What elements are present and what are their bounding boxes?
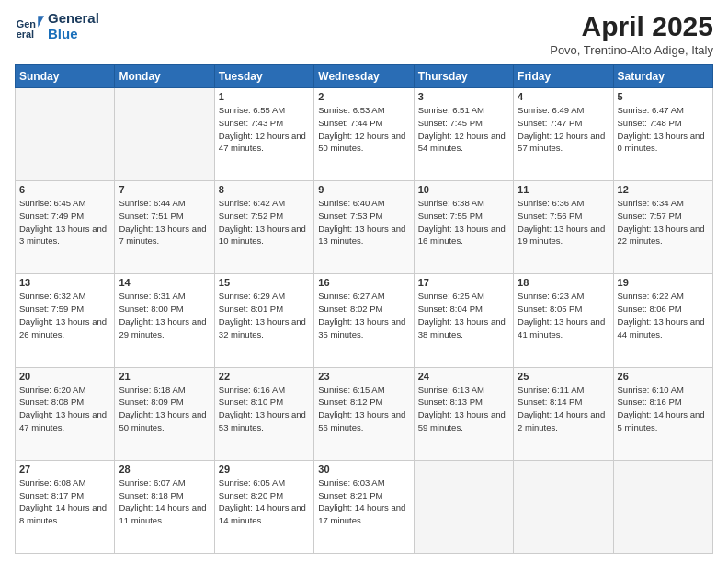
day-number: 14 — [119, 277, 210, 288]
cell-data: Sunrise: 6:15 AMSunset: 8:12 PMDaylight:… — [318, 384, 409, 434]
cell-data: Sunrise: 6:36 AMSunset: 7:56 PMDaylight:… — [518, 197, 609, 247]
col-header-friday: Friday — [514, 65, 613, 88]
calendar-cell: 22Sunrise: 6:16 AMSunset: 8:10 PMDayligh… — [214, 367, 313, 460]
day-number: 26 — [618, 371, 709, 382]
calendar-cell: 14Sunrise: 6:31 AMSunset: 8:00 PMDayligh… — [115, 274, 214, 367]
col-header-thursday: Thursday — [414, 65, 513, 88]
col-header-wednesday: Wednesday — [314, 65, 414, 88]
calendar-cell: 27Sunrise: 6:08 AMSunset: 8:17 PMDayligh… — [16, 460, 115, 553]
day-number: 3 — [418, 91, 509, 102]
location: Povo, Trentino-Alto Adige, Italy — [550, 43, 713, 57]
calendar-cell: 5Sunrise: 6:47 AMSunset: 7:48 PMDaylight… — [613, 88, 712, 181]
calendar-cell — [16, 88, 115, 181]
cell-data: Sunrise: 6:25 AMSunset: 8:04 PMDaylight:… — [418, 290, 509, 340]
day-number: 22 — [219, 371, 310, 382]
calendar-cell — [115, 88, 214, 181]
day-number: 29 — [219, 464, 310, 475]
day-number: 30 — [318, 464, 409, 475]
logo-line2: Blue — [48, 27, 99, 42]
logo-icon: Gen eral — [15, 12, 44, 41]
week-row-0: 1Sunrise: 6:55 AMSunset: 7:43 PMDaylight… — [16, 88, 713, 181]
calendar-cell: 11Sunrise: 6:36 AMSunset: 7:56 PMDayligh… — [514, 181, 613, 274]
day-number: 9 — [318, 184, 409, 195]
cell-data: Sunrise: 6:11 AMSunset: 8:14 PMDaylight:… — [518, 384, 609, 434]
logo-line1: General — [48, 11, 99, 27]
calendar-cell: 2Sunrise: 6:53 AMSunset: 7:44 PMDaylight… — [314, 88, 414, 181]
day-number: 1 — [219, 91, 310, 102]
day-number: 27 — [19, 464, 110, 475]
calendar-cell — [414, 460, 513, 553]
calendar-cell: 7Sunrise: 6:44 AMSunset: 7:51 PMDaylight… — [115, 181, 214, 274]
day-number: 6 — [19, 184, 110, 195]
day-number: 2 — [318, 91, 409, 102]
day-number: 19 — [618, 277, 709, 288]
day-number: 21 — [119, 371, 210, 382]
day-number: 15 — [219, 277, 310, 288]
day-number: 8 — [219, 184, 310, 195]
day-number: 20 — [19, 371, 110, 382]
cell-data: Sunrise: 6:08 AMSunset: 8:17 PMDaylight:… — [19, 477, 110, 527]
calendar-cell: 16Sunrise: 6:27 AMSunset: 8:02 PMDayligh… — [314, 274, 414, 367]
cell-data: Sunrise: 6:40 AMSunset: 7:53 PMDaylight:… — [318, 197, 409, 247]
calendar-cell — [514, 460, 613, 553]
cell-data: Sunrise: 6:53 AMSunset: 7:44 PMDaylight:… — [318, 104, 409, 155]
week-row-1: 6Sunrise: 6:45 AMSunset: 7:49 PMDaylight… — [16, 181, 713, 274]
calendar-cell: 10Sunrise: 6:38 AMSunset: 7:55 PMDayligh… — [414, 181, 513, 274]
day-number: 25 — [518, 371, 609, 382]
cell-data: Sunrise: 6:13 AMSunset: 8:13 PMDaylight:… — [418, 384, 509, 434]
day-number: 10 — [418, 184, 509, 195]
cell-data: Sunrise: 6:49 AMSunset: 7:47 PMDaylight:… — [518, 104, 609, 155]
day-number: 13 — [19, 277, 110, 288]
calendar-cell: 30Sunrise: 6:03 AMSunset: 8:21 PMDayligh… — [314, 460, 414, 553]
calendar-cell: 19Sunrise: 6:22 AMSunset: 8:06 PMDayligh… — [613, 274, 712, 367]
cell-data: Sunrise: 6:18 AMSunset: 8:09 PMDaylight:… — [119, 384, 210, 434]
logo-blue-text: Blue — [48, 26, 78, 41]
cell-data: Sunrise: 6:20 AMSunset: 8:08 PMDaylight:… — [19, 384, 110, 434]
week-row-3: 20Sunrise: 6:20 AMSunset: 8:08 PMDayligh… — [16, 367, 713, 460]
logo-general: General — [48, 10, 99, 26]
calendar-cell: 1Sunrise: 6:55 AMSunset: 7:43 PMDaylight… — [214, 88, 313, 181]
week-row-4: 27Sunrise: 6:08 AMSunset: 8:17 PMDayligh… — [16, 460, 713, 553]
cell-data: Sunrise: 6:55 AMSunset: 7:43 PMDaylight:… — [219, 104, 310, 155]
calendar-cell: 25Sunrise: 6:11 AMSunset: 8:14 PMDayligh… — [514, 367, 613, 460]
calendar-cell: 9Sunrise: 6:40 AMSunset: 7:53 PMDaylight… — [314, 181, 414, 274]
day-number: 18 — [518, 277, 609, 288]
cell-data: Sunrise: 6:16 AMSunset: 8:10 PMDaylight:… — [219, 384, 310, 434]
svg-text:eral: eral — [17, 28, 34, 39]
calendar-cell: 28Sunrise: 6:07 AMSunset: 8:18 PMDayligh… — [115, 460, 214, 553]
calendar-cell: 13Sunrise: 6:32 AMSunset: 7:59 PMDayligh… — [16, 274, 115, 367]
calendar-cell: 17Sunrise: 6:25 AMSunset: 8:04 PMDayligh… — [414, 274, 513, 367]
calendar-cell: 18Sunrise: 6:23 AMSunset: 8:05 PMDayligh… — [514, 274, 613, 367]
calendar-cell: 20Sunrise: 6:20 AMSunset: 8:08 PMDayligh… — [16, 367, 115, 460]
logo: Gen eral General Blue — [15, 11, 99, 41]
cell-data: Sunrise: 6:47 AMSunset: 7:48 PMDaylight:… — [618, 104, 709, 155]
calendar-cell: 15Sunrise: 6:29 AMSunset: 8:01 PMDayligh… — [214, 274, 313, 367]
day-number: 17 — [418, 277, 509, 288]
cell-data: Sunrise: 6:22 AMSunset: 8:06 PMDaylight:… — [618, 290, 709, 340]
header: Gen eral General Blue April 2025 Povo, T… — [15, 11, 713, 57]
cell-data: Sunrise: 6:31 AMSunset: 8:00 PMDaylight:… — [119, 290, 210, 340]
cell-data: Sunrise: 6:29 AMSunset: 8:01 PMDaylight:… — [219, 290, 310, 340]
calendar-cell: 29Sunrise: 6:05 AMSunset: 8:20 PMDayligh… — [214, 460, 313, 553]
calendar-cell: 26Sunrise: 6:10 AMSunset: 8:16 PMDayligh… — [613, 367, 712, 460]
cell-data: Sunrise: 6:38 AMSunset: 7:55 PMDaylight:… — [418, 197, 509, 247]
calendar-cell: 8Sunrise: 6:42 AMSunset: 7:52 PMDaylight… — [214, 181, 313, 274]
col-header-tuesday: Tuesday — [214, 65, 313, 88]
calendar-cell: 3Sunrise: 6:51 AMSunset: 7:45 PMDaylight… — [414, 88, 513, 181]
cell-data: Sunrise: 6:10 AMSunset: 8:16 PMDaylight:… — [618, 384, 709, 434]
col-header-monday: Monday — [115, 65, 214, 88]
day-number: 28 — [119, 464, 210, 475]
cell-data: Sunrise: 6:07 AMSunset: 8:18 PMDaylight:… — [119, 477, 210, 527]
calendar-cell: 12Sunrise: 6:34 AMSunset: 7:57 PMDayligh… — [613, 181, 712, 274]
col-header-sunday: Sunday — [16, 65, 115, 88]
day-number: 7 — [119, 184, 210, 195]
page: Gen eral General Blue April 2025 Povo, T… — [0, 0, 728, 563]
calendar-cell: 21Sunrise: 6:18 AMSunset: 8:09 PMDayligh… — [115, 367, 214, 460]
calendar-cell: 24Sunrise: 6:13 AMSunset: 8:13 PMDayligh… — [414, 367, 513, 460]
cell-data: Sunrise: 6:34 AMSunset: 7:57 PMDaylight:… — [618, 197, 709, 247]
month-title: April 2025 — [550, 11, 713, 41]
week-row-2: 13Sunrise: 6:32 AMSunset: 7:59 PMDayligh… — [16, 274, 713, 367]
day-number: 23 — [318, 371, 409, 382]
calendar-cell — [613, 460, 712, 553]
col-header-saturday: Saturday — [613, 65, 712, 88]
